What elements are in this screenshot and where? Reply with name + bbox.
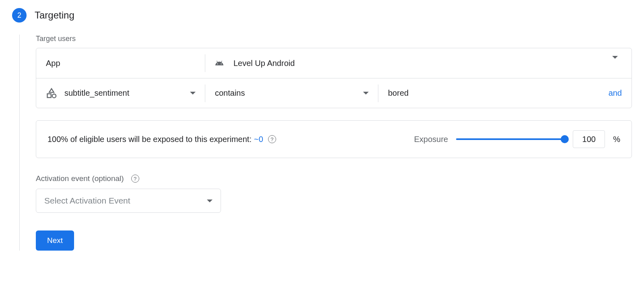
activation-label-row: Activation event (optional) ? xyxy=(36,174,632,183)
svg-rect-0 xyxy=(47,94,51,97)
app-row: App Level Up Android xyxy=(36,48,632,78)
property-select[interactable]: subtitle_sentiment xyxy=(36,84,205,103)
exposure-input[interactable] xyxy=(573,130,605,148)
app-value: Level Up Android xyxy=(233,59,295,68)
activation-event-label: Activation event (optional) xyxy=(36,174,124,183)
exposure-text: 100% of eligible users will be exposed t… xyxy=(47,135,414,144)
help-icon[interactable]: ? xyxy=(268,135,276,143)
step-body: Target users App Level Up Android xyxy=(19,35,632,251)
step-header: 2 Targeting xyxy=(12,8,632,23)
app-label: App xyxy=(46,59,60,68)
next-button[interactable]: Next xyxy=(36,230,74,251)
exposure-control: Exposure % xyxy=(414,130,620,148)
target-users-label: Target users xyxy=(36,35,632,43)
operator-value: contains xyxy=(215,88,245,98)
app-select[interactable]: Level Up Android xyxy=(205,54,632,72)
percent-sign: % xyxy=(613,135,620,144)
exposure-slider-thumb[interactable] xyxy=(561,135,569,143)
operator-chevron-icon xyxy=(363,92,369,95)
condition-row: subtitle_sentiment contains bored and xyxy=(36,78,632,108)
help-icon[interactable]: ? xyxy=(131,175,139,183)
exposure-description: 100% of eligible users will be exposed t… xyxy=(47,135,252,144)
svg-point-1 xyxy=(52,94,56,97)
exposure-approx-count[interactable]: ~0 xyxy=(254,135,263,144)
property-value: subtitle_sentiment xyxy=(64,88,183,98)
property-chevron-icon xyxy=(190,92,196,95)
exposure-slider[interactable] xyxy=(456,138,565,140)
category-icon xyxy=(46,88,57,99)
activation-event-placeholder: Select Activation Event xyxy=(44,196,130,206)
app-label-cell: App xyxy=(36,54,205,72)
operator-select[interactable]: contains xyxy=(205,84,378,103)
step-number-badge: 2 xyxy=(12,8,27,23)
app-dropdown-chevron xyxy=(612,59,622,68)
and-condition-link[interactable]: and xyxy=(609,88,622,98)
android-icon xyxy=(215,59,224,68)
target-users-box: App Level Up Android xyxy=(36,48,632,108)
exposure-box: 100% of eligible users will be exposed t… xyxy=(36,120,632,158)
activation-event-select[interactable]: Select Activation Event xyxy=(36,189,221,213)
step-title: Targeting xyxy=(35,10,74,21)
activation-chevron-icon xyxy=(207,200,213,202)
value-cell[interactable]: bored and xyxy=(378,84,632,103)
exposure-label: Exposure xyxy=(414,135,448,144)
condition-value: bored xyxy=(388,88,409,98)
